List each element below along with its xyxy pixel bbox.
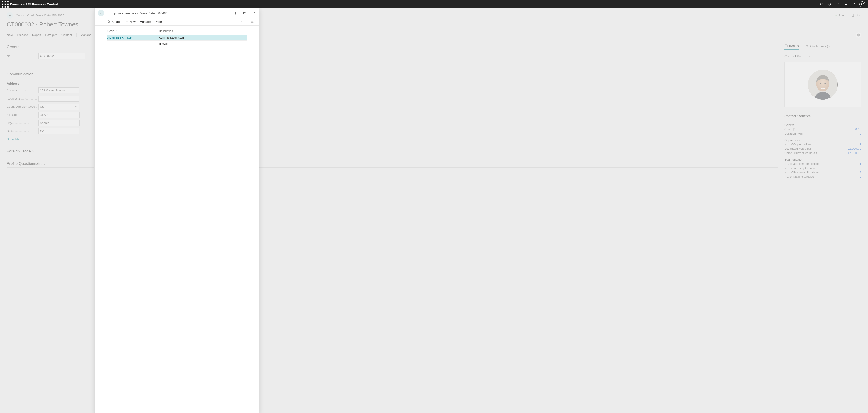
sort-asc-icon [115,30,117,32]
svg-rect-4 [4,3,6,5]
bookmark-icon[interactable] [233,10,239,16]
filter-icon[interactable] [239,19,245,25]
svg-rect-8 [7,6,8,7]
topbar: Dynamics 365 Business Central RZ [0,0,868,8]
panel-search-label: Search [112,20,121,24]
panel-page[interactable]: Page [155,20,162,24]
row-more-icon[interactable] [151,36,154,39]
code-text[interactable]: IT [107,42,110,45]
svg-rect-1 [4,1,6,2]
col-desc-label[interactable]: Description [159,30,247,33]
svg-rect-0 [2,1,3,2]
panel-action-bar: Search New Manage Page [95,18,259,26]
cell-description: Administration staff [159,36,247,39]
panel-new[interactable]: New [125,20,135,24]
table-row[interactable]: ITIT staff [107,41,247,47]
list-view-icon[interactable] [249,19,255,25]
col-code-label[interactable]: Code [107,30,114,33]
expand-icon[interactable] [250,10,256,16]
popout-icon[interactable] [242,10,248,16]
panel-back-button[interactable] [98,10,104,16]
svg-point-9 [820,3,822,5]
flag-icon[interactable] [834,0,842,8]
table-row[interactable]: ADMINISTRATIONAdministration staff [107,35,247,41]
cell-code: IT [107,42,159,45]
gear-icon[interactable] [842,0,850,8]
plus-icon [125,20,128,23]
notifications-icon[interactable] [826,0,834,8]
svg-rect-5 [7,3,8,5]
svg-point-27 [108,21,110,22]
panel-manage[interactable]: Manage [140,20,151,24]
svg-rect-2 [7,1,8,2]
search-icon[interactable] [817,0,826,8]
svg-rect-7 [4,6,6,7]
code-link[interactable]: ADMINISTRATION [107,36,132,39]
cell-description: IT staff [159,42,247,45]
panel-search[interactable]: Search [107,20,121,24]
search-icon [107,20,111,23]
app-launcher-icon[interactable] [1,0,9,8]
svg-rect-6 [2,6,3,7]
employee-templates-panel: Employee Templates | Work Date: 5/6/2020… [94,8,259,413]
svg-line-10 [822,5,823,6]
svg-rect-3 [2,3,3,5]
table-header: Code Description [107,28,247,35]
app-title: Dynamics 365 Business Central [10,2,58,6]
panel-breadcrumb: Employee Templates | Work Date: 5/6/2020 [110,11,168,15]
table-body: ADMINISTRATIONAdministration staffITIT s… [107,35,247,47]
cell-code: ADMINISTRATION [107,36,159,39]
svg-point-11 [845,4,846,4]
svg-line-28 [110,22,110,23]
help-icon[interactable] [850,0,858,8]
panel-new-label: New [129,20,135,24]
user-avatar[interactable]: RZ [860,1,865,7]
svg-rect-26 [243,12,245,14]
